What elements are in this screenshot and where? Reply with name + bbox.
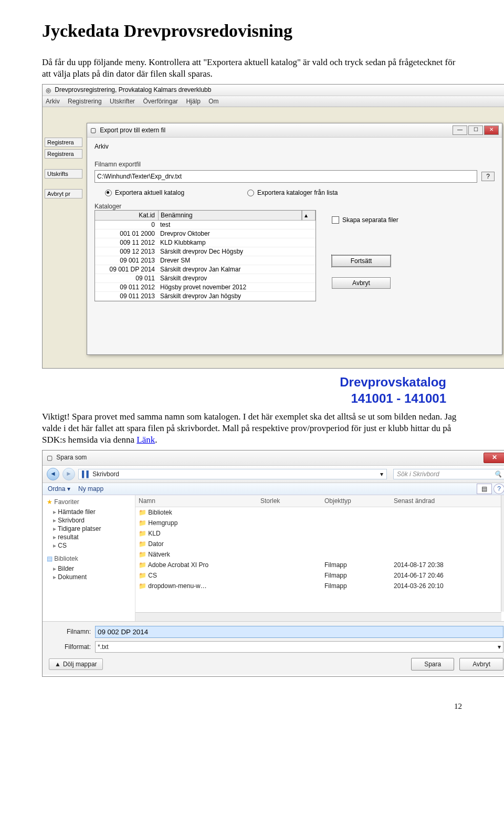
table-row[interactable]: 09 011 2012Högsby provet november 2012	[95, 283, 316, 292]
list-item[interactable]: 📁 Dator	[135, 539, 504, 549]
sidebar-item[interactable]: ▸ CS	[47, 541, 131, 550]
avbryt-button[interactable]: Avbryt	[332, 277, 391, 289]
filnamn-input[interactable]	[95, 626, 503, 638]
modal-menu[interactable]: Arkiv	[94, 143, 495, 150]
nav-fwd-icon[interactable]: ►	[62, 468, 75, 480]
list-item[interactable]: 📁 Adobe Acrobat XI ProFilmapp2014-08-17 …	[135, 560, 504, 570]
sidebar-item[interactable]: ▸ Tidigare platser	[47, 525, 131, 533]
table-row[interactable]: 009 11 2012KLD Klubbkamp	[95, 238, 316, 247]
app-icon: ◎	[46, 87, 51, 94]
kataloger-table[interactable]: Kat.id Benämning ▴ 0test001 01 2000Drevp…	[94, 210, 316, 301]
save-dialog-icon: ▢	[47, 454, 52, 462]
checkbox-icon	[332, 216, 339, 224]
grp-bibliotek: ▤ Bibliotek	[47, 555, 131, 562]
app-titlebar: ◎ Drevprovsregistrering, Provkatalog Kal…	[43, 85, 504, 96]
table-row[interactable]: 09 011 2013Särskilt drevprov Jan högsby	[95, 292, 316, 301]
sidebar-item[interactable]: ▸ Skrivbord	[47, 516, 131, 525]
blue-heading-1: Drevprovskatalog	[340, 375, 446, 389]
hscrollbar[interactable]	[135, 612, 501, 621]
th-benamning[interactable]: Benämning	[159, 211, 302, 220]
breadcrumb[interactable]: ▌▌ Skrivbord ▾	[78, 469, 387, 479]
radio-label: Exportera kataloger från lista	[257, 189, 338, 196]
fortsatt-button[interactable]: Fortsätt	[332, 255, 391, 267]
export-modal: ▢ Export prov till extern fil — ☐ ✕ Arki…	[87, 123, 502, 355]
kataloger-label: Kataloger	[94, 203, 495, 210]
view-button[interactable]: ▤	[477, 484, 492, 494]
search-input[interactable]: Sök i Skrivbord 🔍	[393, 469, 504, 479]
list-item[interactable]: 📁 Hemgrupp	[135, 518, 504, 528]
grp-favoriter: ★ Favoriter	[47, 498, 131, 506]
browse-button[interactable]: ?	[481, 172, 495, 181]
side-btn[interactable]: Avbryt pr	[45, 189, 82, 198]
vscrollbar[interactable]	[501, 495, 504, 612]
menu-hjalp[interactable]: Hjälp	[186, 98, 200, 105]
filformat-select[interactable]: *.txt ▾	[95, 641, 503, 653]
modal-title-text: Export prov till extern fil	[100, 127, 165, 134]
close-button[interactable]: ✕	[484, 125, 499, 135]
menu-om[interactable]: Om	[208, 98, 218, 105]
page-title: Jyckedata Drevprovsredovisning	[42, 21, 462, 41]
sidebar-item[interactable]: ▸ Bilder	[47, 564, 131, 573]
menu-utskrifter[interactable]: Utskrifter	[110, 98, 135, 105]
filnamn-input[interactable]	[94, 170, 477, 183]
radio-aktuell[interactable]: Exportera aktuell katalog	[105, 189, 184, 196]
sidebar-item[interactable]: ▸ Dokument	[47, 573, 131, 581]
radio-icon	[105, 190, 112, 196]
chevron-up-icon: ▲	[55, 661, 61, 668]
tb-nymapp[interactable]: Ny mapp	[78, 485, 103, 493]
filnamn-label: Filnamn:	[49, 628, 95, 635]
table-row[interactable]: 09 001 2013Drever SM	[95, 256, 316, 265]
maximize-button[interactable]: ☐	[468, 125, 483, 135]
menu-registrering[interactable]: Registrering	[68, 98, 102, 105]
file-list: Namn Storlek Objekttyp Senast ändrad 📁 B…	[135, 495, 504, 621]
table-row[interactable]: 009 12 2013Särskilt drevprov Dec Högsby	[95, 247, 316, 256]
avbryt-button[interactable]: Avbryt	[459, 658, 503, 671]
list-item[interactable]: 📁 CSFilmapp2014-06-17 20:46	[135, 570, 504, 581]
help-button[interactable]: ?	[494, 484, 504, 494]
col-typ[interactable]: Objekttyp	[321, 495, 391, 507]
filformat-label: Filformat:	[49, 643, 95, 651]
side-btn[interactable]: Utskrifts	[45, 169, 82, 179]
para-1: Då får du upp följande meny. Kontrollera…	[42, 57, 462, 80]
side-buttons: Registrera Registrera Utskrifts Avbryt p…	[45, 138, 82, 201]
scroll-up-icon[interactable]: ▴	[302, 211, 316, 220]
list-item[interactable]: 📁 Nätverk	[135, 549, 504, 560]
table-row[interactable]: 0test	[95, 221, 316, 229]
blue-heading-2: 141001 - 141001	[351, 391, 447, 405]
save-dialog-title: Spara som	[56, 454, 87, 461]
chk-label: Skapa separata filer	[342, 216, 398, 224]
screenshot-2: ▢ Spara som ✕ ◄ ► ▌▌ Skrivbord ▾ Sök i S…	[42, 450, 504, 677]
th-katid[interactable]: Kat.id	[95, 211, 159, 220]
minimize-button[interactable]: —	[453, 125, 467, 135]
table-row[interactable]: 001 01 2000Drevprov Oktober	[95, 229, 316, 238]
radio-fran-lista[interactable]: Exportera kataloger från lista	[247, 189, 338, 196]
col-namn[interactable]: Namn	[135, 495, 257, 507]
list-item[interactable]: 📁 Bibliotek	[135, 507, 504, 518]
sidebar-item[interactable]: ▸ Hämtade filer	[47, 508, 131, 516]
tb-ordna[interactable]: Ordna ▾	[48, 485, 70, 493]
chk-skapa-separata[interactable]: Skapa separata filer	[332, 216, 398, 224]
side-btn[interactable]: Registrera	[45, 138, 82, 147]
menu-overforingar[interactable]: Överföringar	[143, 98, 178, 105]
side-btn[interactable]: Registrera	[45, 149, 82, 159]
spara-button[interactable]: Spara	[411, 658, 454, 671]
table-row[interactable]: 09 001 DP 2014Särskilt drevprov Jan Kalm…	[95, 265, 316, 274]
radio-icon	[247, 190, 254, 196]
sidebar-item[interactable]: ▸ resultat	[47, 533, 131, 541]
link-lank[interactable]: Länk	[136, 435, 155, 445]
filnamn-label: Filnamn exportfil	[94, 161, 495, 168]
list-item[interactable]: 📁 KLD	[135, 528, 504, 539]
close-button[interactable]: ✕	[484, 453, 504, 463]
app-title-text: Drevprovsregistrering, Provkatalog Kalma…	[55, 86, 211, 93]
menubar: Arkiv Registrering Utskrifter Överföring…	[43, 96, 504, 107]
col-andrad[interactable]: Senast ändrad	[391, 495, 476, 507]
dolj-mappar-button[interactable]: ▲ Dölj mappar	[49, 658, 103, 670]
col-storlek[interactable]: Storlek	[257, 495, 321, 507]
menu-arkiv[interactable]: Arkiv	[46, 98, 60, 105]
page-number: 12	[0, 692, 504, 716]
screenshot-1: ◎ Drevprovsregistrering, Provkatalog Kal…	[42, 84, 504, 369]
list-item[interactable]: 📁 dropdown-menu-w…Filmapp2014-03-26 20:1…	[135, 581, 504, 591]
table-row[interactable]: 09 011Särskilt drevprov	[95, 274, 316, 283]
radio-label: Exportera aktuell katalog	[115, 189, 184, 196]
nav-back-icon[interactable]: ◄	[47, 468, 59, 480]
